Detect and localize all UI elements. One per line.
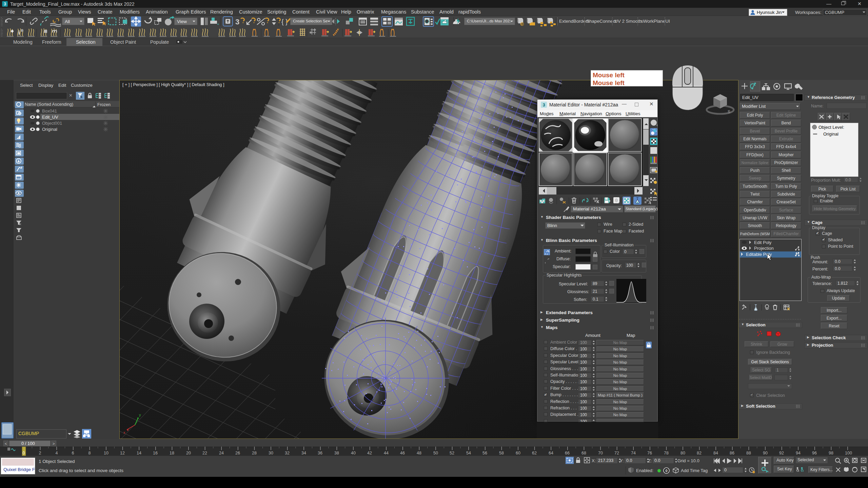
svg-text:{: { bbox=[281, 18, 284, 25]
svg-text:i: i bbox=[18, 29, 20, 36]
svg-text:3: 3 bbox=[235, 18, 239, 26]
svg-text:3: 3 bbox=[4, 2, 6, 6]
svg-text:3: 3 bbox=[542, 102, 545, 107]
svg-text:+: + bbox=[217, 22, 219, 26]
svg-text:0: 0 bbox=[615, 198, 618, 203]
svg-text:0: 0 bbox=[665, 469, 667, 473]
